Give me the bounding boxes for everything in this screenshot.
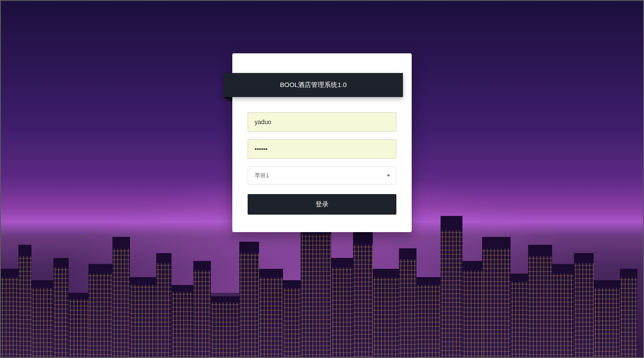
shift-select[interactable]: 早班1: [248, 167, 396, 184]
login-button[interactable]: 登录: [248, 194, 396, 215]
shift-select-wrap: 早班1: [248, 167, 396, 184]
login-card: BOOL酒店管理系统1.0 早班1 登录: [232, 53, 412, 232]
username-input[interactable]: [248, 112, 396, 132]
password-input[interactable]: [248, 139, 396, 159]
system-title: BOOL酒店管理系统1.0: [280, 81, 347, 88]
login-form: 早班1 登录: [232, 90, 412, 215]
system-title-banner: BOOL酒店管理系统1.0: [224, 73, 403, 97]
